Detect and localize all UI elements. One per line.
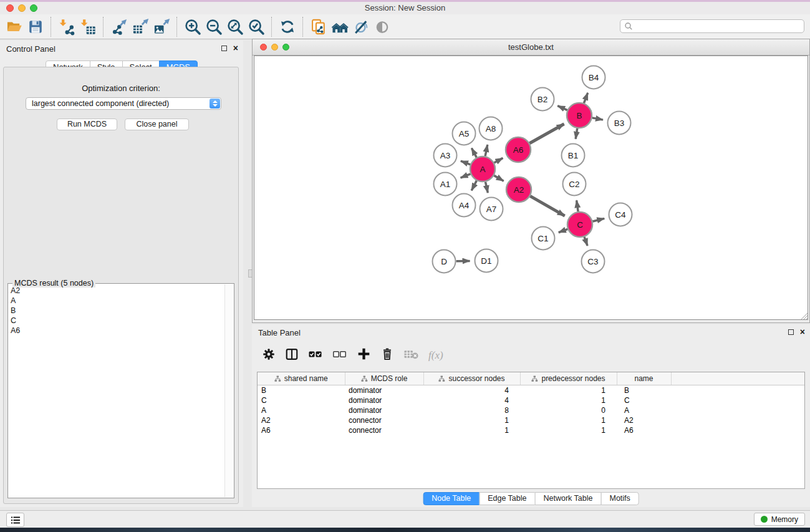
table-cell[interactable]: dominator bbox=[345, 405, 423, 415]
graph-node-B1[interactable]: B1 bbox=[562, 144, 585, 167]
graph-node-C1[interactable]: C1 bbox=[532, 227, 555, 250]
mcds-result-item[interactable]: C bbox=[11, 316, 224, 326]
table-cell[interactable]: 1 bbox=[520, 395, 617, 405]
table-row[interactable]: A2connector11A2 bbox=[258, 415, 804, 425]
table-cell[interactable]: A2 bbox=[258, 415, 345, 425]
graph-node-A8[interactable]: A8 bbox=[480, 117, 503, 140]
graph-node-D[interactable]: D bbox=[433, 250, 456, 273]
graph-edge-C-C2[interactable] bbox=[577, 200, 578, 211]
table-cell[interactable]: B bbox=[617, 385, 671, 396]
graph-node-B2[interactable]: B2 bbox=[531, 88, 554, 111]
export-image-icon[interactable] bbox=[151, 16, 172, 38]
table-tab-motifs[interactable]: Motifs bbox=[600, 492, 639, 505]
graph-node-A3[interactable]: A3 bbox=[434, 144, 457, 167]
table-cell[interactable]: A6 bbox=[258, 425, 345, 435]
float-table-panel-icon[interactable] bbox=[788, 329, 794, 335]
graph-edge-B-B3[interactable] bbox=[592, 118, 603, 120]
graph-node-A1[interactable]: A1 bbox=[434, 173, 457, 196]
graph-edge-B-B2[interactable] bbox=[557, 106, 567, 110]
table-settings-icon[interactable] bbox=[262, 347, 276, 364]
graph-node-C2[interactable]: C2 bbox=[563, 173, 586, 196]
search-field[interactable] bbox=[620, 19, 804, 33]
graph-edge-A-A8[interactable] bbox=[485, 145, 488, 156]
graph-node-A6[interactable]: A6 bbox=[506, 137, 531, 162]
graph-edge-A-A7[interactable] bbox=[485, 182, 488, 193]
export-network-icon[interactable] bbox=[108, 16, 130, 38]
table-cell[interactable]: 8 bbox=[423, 405, 520, 415]
graph-edge-A2-C[interactable] bbox=[530, 196, 564, 216]
graph-edge-C-C3[interactable] bbox=[584, 237, 587, 246]
graph-node-A2[interactable]: A2 bbox=[506, 177, 531, 202]
table-cell[interactable]: 1 bbox=[520, 415, 617, 425]
graph-node-B3[interactable]: B3 bbox=[608, 112, 631, 135]
close-panel-button[interactable]: Close panel bbox=[125, 118, 189, 130]
table-cell[interactable]: A6 bbox=[617, 425, 671, 435]
graph-node-A4[interactable]: A4 bbox=[453, 194, 476, 217]
save-session-icon[interactable] bbox=[25, 16, 46, 38]
select-all-rows-icon[interactable] bbox=[308, 347, 323, 364]
table-cell[interactable]: B bbox=[258, 385, 345, 396]
apply-function-icon[interactable]: f(x) bbox=[428, 349, 443, 362]
table-tab-edge-table[interactable]: Edge Table bbox=[479, 492, 535, 505]
task-history-button[interactable] bbox=[6, 513, 24, 527]
delete-rows-icon[interactable] bbox=[380, 347, 394, 364]
table-row[interactable]: Bdominator41B bbox=[258, 385, 804, 396]
graph-node-C4[interactable]: C4 bbox=[609, 203, 632, 226]
graph-edge-A-A2[interactable] bbox=[494, 175, 503, 181]
mcds-result-item[interactable]: B bbox=[11, 306, 224, 316]
table-cell[interactable]: 4 bbox=[423, 395, 520, 405]
mcds-result-item[interactable]: A2 bbox=[11, 286, 224, 296]
toggle-columns-icon[interactable] bbox=[285, 347, 299, 364]
zoom-selected-icon[interactable] bbox=[246, 16, 267, 38]
table-row[interactable]: A6connector11A6 bbox=[258, 425, 804, 435]
table-tab-network-table[interactable]: Network Table bbox=[535, 492, 602, 505]
export-table-icon[interactable] bbox=[130, 16, 151, 38]
add-row-icon[interactable] bbox=[357, 347, 371, 364]
column-header-mcds-role[interactable]: MCDS role bbox=[345, 372, 423, 385]
mcds-result-item[interactable]: A bbox=[11, 296, 224, 306]
zoom-fit-icon[interactable] bbox=[224, 16, 246, 38]
criterion-select[interactable]: largest connected component (directed) bbox=[26, 97, 221, 110]
graph-edge-C-C1[interactable] bbox=[559, 229, 567, 232]
table-cell[interactable]: A bbox=[258, 405, 345, 415]
graph-node-C[interactable]: C bbox=[567, 212, 592, 237]
table-cell[interactable]: 1 bbox=[520, 425, 617, 435]
table-cell[interactable]: 0 bbox=[520, 405, 617, 415]
result-scrollbar[interactable] bbox=[224, 284, 233, 497]
column-header-predecessor-nodes[interactable]: predecessor nodes bbox=[520, 372, 617, 385]
home-icon[interactable] bbox=[329, 16, 350, 38]
graph-node-A[interactable]: A bbox=[470, 157, 495, 181]
graph-edge-A-A6[interactable] bbox=[494, 158, 503, 163]
graph-node-C3[interactable]: C3 bbox=[582, 250, 605, 273]
hide-graphics-details-icon[interactable] bbox=[350, 16, 372, 38]
import-table-icon[interactable] bbox=[77, 16, 99, 38]
close-panel-icon[interactable]: × bbox=[233, 44, 238, 52]
deselect-all-rows-icon[interactable] bbox=[332, 347, 347, 364]
graph-node-A5[interactable]: A5 bbox=[453, 122, 476, 145]
table-cell[interactable]: A2 bbox=[617, 415, 671, 425]
table-row[interactable]: Adominator80A bbox=[258, 405, 804, 415]
zoom-in-icon[interactable] bbox=[182, 16, 203, 38]
table-cell[interactable]: C bbox=[617, 395, 671, 405]
zoom-out-icon[interactable] bbox=[203, 16, 224, 38]
open-file-icon[interactable] bbox=[4, 16, 25, 38]
show-graphics-details-icon[interactable] bbox=[372, 16, 393, 38]
mcds-result-item[interactable]: A6 bbox=[11, 326, 224, 336]
table-cell[interactable]: dominator bbox=[345, 385, 423, 396]
graph-node-A7[interactable]: A7 bbox=[480, 198, 503, 221]
graph-node-D1[interactable]: D1 bbox=[475, 249, 498, 273]
table-cell[interactable]: C bbox=[258, 395, 345, 405]
table-cell[interactable]: 1 bbox=[520, 385, 617, 396]
graph-node-B4[interactable]: B4 bbox=[582, 66, 605, 89]
graph-edge-B-B1[interactable] bbox=[576, 128, 577, 139]
table-cell[interactable]: 1 bbox=[423, 415, 520, 425]
graph-node-B[interactable]: B bbox=[567, 103, 592, 128]
memory-button[interactable]: Memory bbox=[754, 513, 805, 526]
table-row[interactable]: Cdominator41C bbox=[258, 395, 804, 405]
float-panel-icon[interactable] bbox=[221, 46, 227, 51]
import-network-icon[interactable] bbox=[56, 16, 77, 38]
resize-grip-icon[interactable] bbox=[799, 311, 808, 320]
graph-edge-B-B4[interactable] bbox=[584, 93, 587, 104]
graph-edge-C-C4[interactable] bbox=[592, 218, 604, 221]
table-cell[interactable]: connector bbox=[345, 415, 423, 425]
